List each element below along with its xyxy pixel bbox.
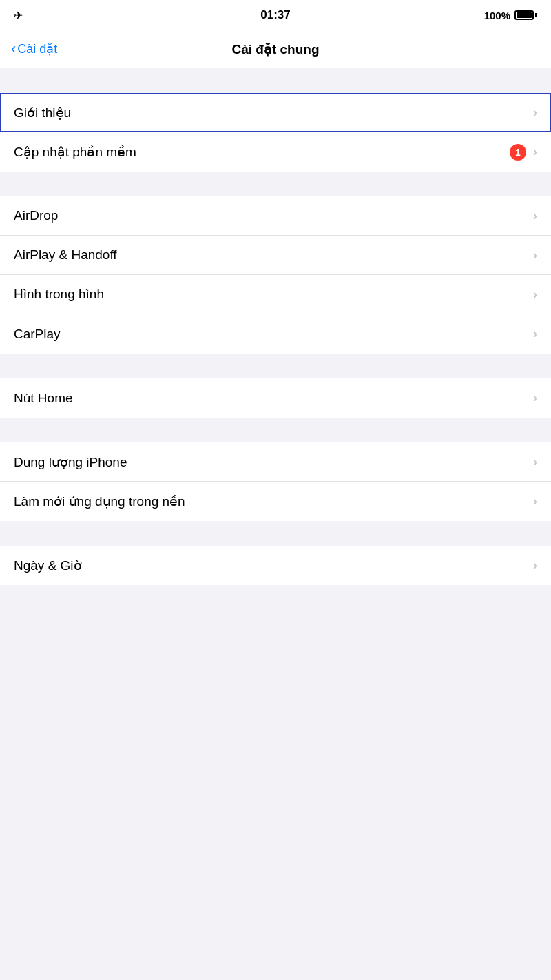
- chevron-right-icon-gioi-thieu: ›: [533, 105, 537, 120]
- settings-row-airdrop[interactable]: AirDrop ›: [0, 196, 551, 236]
- settings-row-label-nut-home: Nút Home: [14, 391, 73, 406]
- settings-row-lam-moi-ung-dung[interactable]: Làm mới ứng dụng trong nền ›: [0, 482, 551, 521]
- chevron-right-icon-cap-nhat: ›: [533, 145, 537, 159]
- settings-row-airplay-handoff[interactable]: AirPlay & Handoff ›: [0, 236, 551, 275]
- status-bar-time: 01:37: [260, 8, 290, 22]
- section-gap-2: [0, 172, 551, 196]
- status-bar-right: 100%: [484, 10, 537, 21]
- settings-row-label-lam-moi: Làm mới ứng dụng trong nền: [14, 493, 185, 509]
- settings-row-label-airdrop: AirDrop: [14, 208, 58, 223]
- settings-row-label-ngay-gio: Ngày & Giờ: [14, 558, 82, 573]
- nav-bar: ‹ Cài đặt Cài đặt chung: [0, 30, 551, 68]
- settings-row-dung-luong[interactable]: Dung lượng iPhone ›: [0, 442, 551, 482]
- bottom-fill: [0, 585, 551, 723]
- settings-row-label-dung-luong: Dung lượng iPhone: [14, 454, 127, 470]
- settings-group-4: Dung lượng iPhone › Làm mới ứng dụng tro…: [0, 442, 551, 521]
- settings-row-label-carplay: CarPlay: [14, 327, 61, 342]
- settings-group-5: Ngày & Giờ ›: [0, 546, 551, 585]
- settings-group-3: Nút Home ›: [0, 378, 551, 418]
- battery-tip: [535, 13, 537, 17]
- airplane-icon: ✈: [14, 9, 23, 22]
- chevron-right-icon-nut-home: ›: [533, 391, 537, 405]
- battery-icon: [514, 10, 537, 20]
- settings-group-1: Giới thiệu › Cập nhật phần mềm 1 ›: [0, 93, 551, 172]
- update-badge: 1: [510, 144, 526, 161]
- chevron-right-icon-airplay-handoff: ›: [533, 248, 537, 263]
- battery-percentage: 100%: [484, 10, 510, 21]
- nav-back-label: Cài đặt: [17, 41, 57, 57]
- settings-row-carplay[interactable]: CarPlay ›: [0, 314, 551, 354]
- chevron-right-icon-dung-luong: ›: [533, 455, 537, 469]
- nav-title: Cài đặt chung: [231, 41, 319, 57]
- section-gap-top: [0, 68, 551, 93]
- nav-back-button[interactable]: ‹ Cài đặt: [11, 41, 57, 57]
- section-gap-4: [0, 418, 551, 442]
- chevron-right-icon-airdrop: ›: [533, 209, 537, 223]
- chevron-right-icon-ngay-gio: ›: [533, 558, 537, 573]
- settings-row-gioi-thieu[interactable]: Giới thiệu ›: [0, 93, 551, 132]
- settings-row-ngay-gio[interactable]: Ngày & Giờ ›: [0, 546, 551, 585]
- battery-fill: [517, 12, 532, 18]
- settings-row-label-airplay-handoff: AirPlay & Handoff: [14, 247, 117, 263]
- settings-row-label-cap-nhat: Cập nhật phần mềm: [14, 144, 136, 160]
- settings-group-2: AirDrop › AirPlay & Handoff › Hình trong…: [0, 196, 551, 354]
- settings-row-hinh-trong-hinh[interactable]: Hình trong hình ›: [0, 275, 551, 314]
- settings-row-cap-nhat-phan-mem[interactable]: Cập nhật phần mềm 1 ›: [0, 132, 551, 172]
- chevron-right-icon-carplay: ›: [533, 327, 537, 341]
- settings-row-nut-home[interactable]: Nút Home ›: [0, 378, 551, 418]
- status-bar-left: ✈: [14, 9, 23, 22]
- settings-row-label-hinh-trong-hinh: Hình trong hình: [14, 287, 104, 302]
- chevron-right-icon-lam-moi: ›: [533, 494, 537, 509]
- status-bar: ✈ 01:37 100%: [0, 0, 551, 30]
- chevron-right-icon-hinh-trong-hinh: ›: [533, 287, 537, 302]
- settings-row-label-gioi-thieu: Giới thiệu: [14, 105, 71, 121]
- nav-back-chevron-icon: ‹: [11, 41, 16, 57]
- section-gap-3: [0, 354, 551, 378]
- section-gap-5: [0, 521, 551, 546]
- battery-body: [514, 10, 534, 20]
